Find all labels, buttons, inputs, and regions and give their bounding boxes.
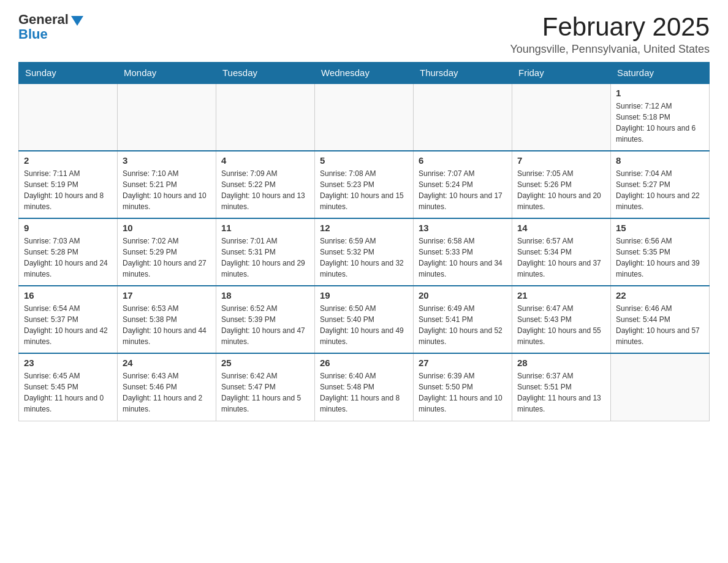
calendar-cell: 21Sunrise: 6:47 AMSunset: 5:43 PMDayligh… xyxy=(512,286,611,353)
page-header: General Blue February 2025 Youngsville, … xyxy=(18,12,710,56)
day-info: Sunrise: 6:57 AMSunset: 5:34 PMDaylight:… xyxy=(517,236,605,280)
calendar-cell: 28Sunrise: 6:37 AMSunset: 5:51 PMDayligh… xyxy=(512,353,611,421)
day-info: Sunrise: 6:39 AMSunset: 5:50 PMDaylight:… xyxy=(419,370,507,415)
calendar-cell: 4Sunrise: 7:09 AMSunset: 5:22 PMDaylight… xyxy=(216,151,315,218)
day-info: Sunrise: 6:49 AMSunset: 5:41 PMDaylight:… xyxy=(419,303,507,347)
calendar-cell: 5Sunrise: 7:08 AMSunset: 5:23 PMDaylight… xyxy=(315,151,414,218)
calendar-cell: 10Sunrise: 7:02 AMSunset: 5:29 PMDayligh… xyxy=(118,218,216,286)
day-info: Sunrise: 6:53 AMSunset: 5:38 PMDaylight:… xyxy=(123,303,211,347)
day-number: 13 xyxy=(419,223,507,233)
header-tuesday: Tuesday xyxy=(216,63,315,84)
day-number: 5 xyxy=(320,155,408,166)
day-number: 12 xyxy=(320,223,408,233)
day-number: 17 xyxy=(123,290,211,301)
calendar-cell: 1Sunrise: 7:12 AMSunset: 5:18 PMDaylight… xyxy=(611,83,710,151)
calendar-cell: 12Sunrise: 6:59 AMSunset: 5:32 PMDayligh… xyxy=(315,218,414,286)
day-info: Sunrise: 7:03 AMSunset: 5:28 PMDaylight:… xyxy=(24,236,112,280)
day-number: 3 xyxy=(123,155,211,166)
header-wednesday: Wednesday xyxy=(315,63,414,84)
day-info: Sunrise: 6:54 AMSunset: 5:37 PMDaylight:… xyxy=(24,303,112,347)
calendar-cell: 19Sunrise: 6:50 AMSunset: 5:40 PMDayligh… xyxy=(315,286,414,353)
day-number: 11 xyxy=(221,223,309,233)
calendar-cell: 15Sunrise: 6:56 AMSunset: 5:35 PMDayligh… xyxy=(611,218,710,286)
calendar-cell: 18Sunrise: 6:52 AMSunset: 5:39 PMDayligh… xyxy=(216,286,315,353)
day-info: Sunrise: 6:43 AMSunset: 5:46 PMDaylight:… xyxy=(123,370,211,415)
day-number: 2 xyxy=(24,155,112,166)
day-info: Sunrise: 7:10 AMSunset: 5:21 PMDaylight:… xyxy=(123,168,211,212)
day-info: Sunrise: 7:11 AMSunset: 5:19 PMDaylight:… xyxy=(24,168,112,212)
week-row-2: 2Sunrise: 7:11 AMSunset: 5:19 PMDaylight… xyxy=(19,151,710,218)
header-monday: Monday xyxy=(118,63,216,84)
day-number: 4 xyxy=(221,155,309,166)
calendar-cell: 7Sunrise: 7:05 AMSunset: 5:26 PMDaylight… xyxy=(512,151,611,218)
calendar-title: February 2025 xyxy=(510,12,710,42)
calendar-subtitle: Youngsville, Pennsylvania, United States xyxy=(510,43,710,56)
calendar-cell xyxy=(512,83,611,151)
day-info: Sunrise: 6:42 AMSunset: 5:47 PMDaylight:… xyxy=(221,370,309,415)
logo-triangle-icon xyxy=(71,16,83,26)
week-row-4: 16Sunrise: 6:54 AMSunset: 5:37 PMDayligh… xyxy=(19,286,710,353)
day-number: 8 xyxy=(616,155,704,166)
calendar-cell: 27Sunrise: 6:39 AMSunset: 5:50 PMDayligh… xyxy=(414,353,512,421)
calendar-cell: 13Sunrise: 6:58 AMSunset: 5:33 PMDayligh… xyxy=(414,218,512,286)
day-info: Sunrise: 7:05 AMSunset: 5:26 PMDaylight:… xyxy=(517,168,605,212)
calendar-cell xyxy=(118,83,216,151)
header-saturday: Saturday xyxy=(611,63,710,84)
day-info: Sunrise: 7:08 AMSunset: 5:23 PMDaylight:… xyxy=(320,168,408,212)
day-info: Sunrise: 7:12 AMSunset: 5:18 PMDaylight:… xyxy=(616,101,704,145)
calendar-cell: 14Sunrise: 6:57 AMSunset: 5:34 PMDayligh… xyxy=(512,218,611,286)
day-number: 25 xyxy=(221,358,309,368)
day-info: Sunrise: 7:01 AMSunset: 5:31 PMDaylight:… xyxy=(221,236,309,280)
day-info: Sunrise: 6:40 AMSunset: 5:48 PMDaylight:… xyxy=(320,370,408,415)
day-info: Sunrise: 6:52 AMSunset: 5:39 PMDaylight:… xyxy=(221,303,309,347)
title-block: February 2025 Youngsville, Pennsylvania,… xyxy=(510,12,710,56)
day-number: 18 xyxy=(221,290,309,301)
calendar-cell xyxy=(414,83,512,151)
day-info: Sunrise: 6:47 AMSunset: 5:43 PMDaylight:… xyxy=(517,303,605,347)
day-number: 19 xyxy=(320,290,408,301)
day-number: 24 xyxy=(123,358,211,368)
calendar-cell: 26Sunrise: 6:40 AMSunset: 5:48 PMDayligh… xyxy=(315,353,414,421)
header-row: SundayMondayTuesdayWednesdayThursdayFrid… xyxy=(19,63,710,84)
calendar-cell: 16Sunrise: 6:54 AMSunset: 5:37 PMDayligh… xyxy=(19,286,118,353)
day-number: 28 xyxy=(517,358,605,368)
calendar-cell xyxy=(611,353,710,421)
logo-blue: Blue xyxy=(18,27,83,42)
day-number: 21 xyxy=(517,290,605,301)
calendar-cell: 17Sunrise: 6:53 AMSunset: 5:38 PMDayligh… xyxy=(118,286,216,353)
calendar-table: SundayMondayTuesdayWednesdayThursdayFrid… xyxy=(18,62,710,421)
calendar-cell xyxy=(315,83,414,151)
calendar-cell: 23Sunrise: 6:45 AMSunset: 5:45 PMDayligh… xyxy=(19,353,118,421)
day-number: 10 xyxy=(123,223,211,233)
calendar-cell: 9Sunrise: 7:03 AMSunset: 5:28 PMDaylight… xyxy=(19,218,118,286)
calendar-cell: 11Sunrise: 7:01 AMSunset: 5:31 PMDayligh… xyxy=(216,218,315,286)
week-row-1: 1Sunrise: 7:12 AMSunset: 5:18 PMDaylight… xyxy=(19,83,710,151)
day-number: 15 xyxy=(616,223,704,233)
day-info: Sunrise: 6:59 AMSunset: 5:32 PMDaylight:… xyxy=(320,236,408,280)
calendar-cell: 20Sunrise: 6:49 AMSunset: 5:41 PMDayligh… xyxy=(414,286,512,353)
calendar-cell xyxy=(19,83,118,151)
header-friday: Friday xyxy=(512,63,611,84)
calendar-cell: 25Sunrise: 6:42 AMSunset: 5:47 PMDayligh… xyxy=(216,353,315,421)
calendar-cell: 2Sunrise: 7:11 AMSunset: 5:19 PMDaylight… xyxy=(19,151,118,218)
day-info: Sunrise: 7:04 AMSunset: 5:27 PMDaylight:… xyxy=(616,168,704,212)
logo-general: General xyxy=(18,12,69,27)
day-number: 16 xyxy=(24,290,112,301)
day-number: 22 xyxy=(616,290,704,301)
calendar-cell: 8Sunrise: 7:04 AMSunset: 5:27 PMDaylight… xyxy=(611,151,710,218)
day-number: 14 xyxy=(517,223,605,233)
day-info: Sunrise: 6:46 AMSunset: 5:44 PMDaylight:… xyxy=(616,303,704,347)
day-number: 23 xyxy=(24,358,112,368)
week-row-5: 23Sunrise: 6:45 AMSunset: 5:45 PMDayligh… xyxy=(19,353,710,421)
day-number: 9 xyxy=(24,223,112,233)
day-info: Sunrise: 6:45 AMSunset: 5:45 PMDaylight:… xyxy=(24,370,112,415)
day-number: 27 xyxy=(419,358,507,368)
week-row-3: 9Sunrise: 7:03 AMSunset: 5:28 PMDaylight… xyxy=(19,218,710,286)
day-number: 1 xyxy=(616,88,704,98)
day-info: Sunrise: 7:02 AMSunset: 5:29 PMDaylight:… xyxy=(123,236,211,280)
header-sunday: Sunday xyxy=(19,63,118,84)
logo-text: General Blue xyxy=(18,12,83,42)
day-info: Sunrise: 6:56 AMSunset: 5:35 PMDaylight:… xyxy=(616,236,704,280)
calendar-cell: 6Sunrise: 7:07 AMSunset: 5:24 PMDaylight… xyxy=(414,151,512,218)
day-number: 6 xyxy=(419,155,507,166)
